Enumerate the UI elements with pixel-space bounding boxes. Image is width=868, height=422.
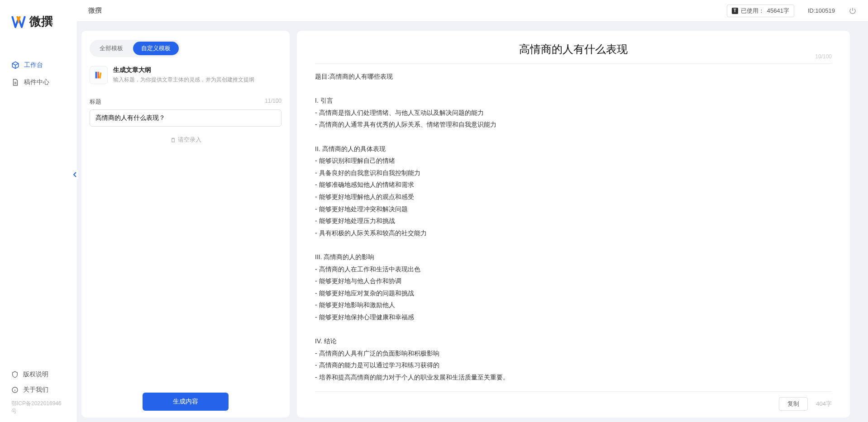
user-id: ID:100519 [808, 7, 835, 14]
clear-button[interactable]: 请空录入 [90, 136, 281, 144]
copyright-link[interactable]: 版权说明 [0, 367, 77, 382]
tab-all-templates[interactable]: 全部模板 [91, 42, 131, 55]
template-desc: 输入标题，为你提供文章主体的灵感，并为其创建推文提纲 [113, 76, 254, 84]
title-counter: 11/100 [265, 98, 281, 106]
generate-button[interactable]: 生成内容 [143, 393, 229, 411]
svg-rect-3 [99, 72, 101, 78]
output-content: 题目:高情商的人有哪些表现 I. 引言 - 高情商是指人们处理情绪、与他人互动以… [315, 71, 832, 391]
cube-icon [11, 61, 19, 69]
copy-button[interactable]: 复制 [779, 397, 808, 411]
selected-template: 生成文章大纲 输入标题，为你提供文章主体的灵感，并为其创建推文提纲 [90, 66, 281, 84]
template-icon [90, 66, 108, 84]
nav-drafts[interactable]: 稿件中心 [0, 74, 77, 91]
logo-icon [11, 14, 26, 29]
main-nav: 工作台 稿件中心 [0, 38, 77, 367]
output-panel: 高情商的人有什么表现 10/100 题目:高情商的人有哪些表现 I. 引言 - … [297, 31, 850, 417]
word-count: 404字 [816, 400, 832, 408]
title-input[interactable] [90, 109, 281, 127]
app-logo: 微撰 [0, 0, 77, 38]
sidebar: 微撰 工作台 稿件中心 版权说明 关于我们 鄂ICP备2022016946号 [0, 0, 77, 422]
logo-text: 微撰 [29, 14, 53, 29]
nav-workspace[interactable]: 工作台 [0, 57, 77, 74]
svg-rect-2 [97, 72, 99, 79]
chevron-left-icon [73, 172, 77, 177]
output-title-counter: 10/100 [815, 53, 832, 60]
sidebar-collapse-handle[interactable] [72, 170, 78, 179]
trash-icon [170, 137, 176, 143]
usage-badge[interactable]: T 已使用：45641字 [727, 5, 794, 17]
info-icon [11, 386, 19, 394]
power-icon[interactable] [849, 7, 857, 15]
topbar: 微撰 T 已使用：45641字 ID:100519 [77, 0, 868, 22]
sidebar-footer: 版权说明 关于我们 鄂ICP备2022016946号 [0, 367, 77, 422]
title-field-label: 标题 [90, 98, 101, 106]
books-icon [94, 70, 104, 80]
output-title: 高情商的人有什么表现 [315, 42, 832, 57]
template-tabs: 全部模板 自定义模板 [90, 40, 181, 57]
document-icon [11, 78, 19, 86]
svg-rect-1 [95, 72, 97, 79]
icp-text: 鄂ICP备2022016946号 [0, 398, 77, 417]
shield-icon [11, 371, 19, 378]
text-icon: T [732, 8, 738, 14]
template-title: 生成文章大纲 [113, 66, 254, 74]
tab-custom-templates[interactable]: 自定义模板 [133, 42, 179, 55]
page-title: 微撰 [88, 6, 102, 15]
about-link[interactable]: 关于我们 [0, 382, 77, 398]
nav-label: 工作台 [24, 61, 43, 69]
config-panel: 全部模板 自定义模板 生成文章大纲 输入标题，为你提供文章主体的灵感，并为其创建… [81, 31, 290, 417]
nav-label: 稿件中心 [24, 78, 49, 86]
